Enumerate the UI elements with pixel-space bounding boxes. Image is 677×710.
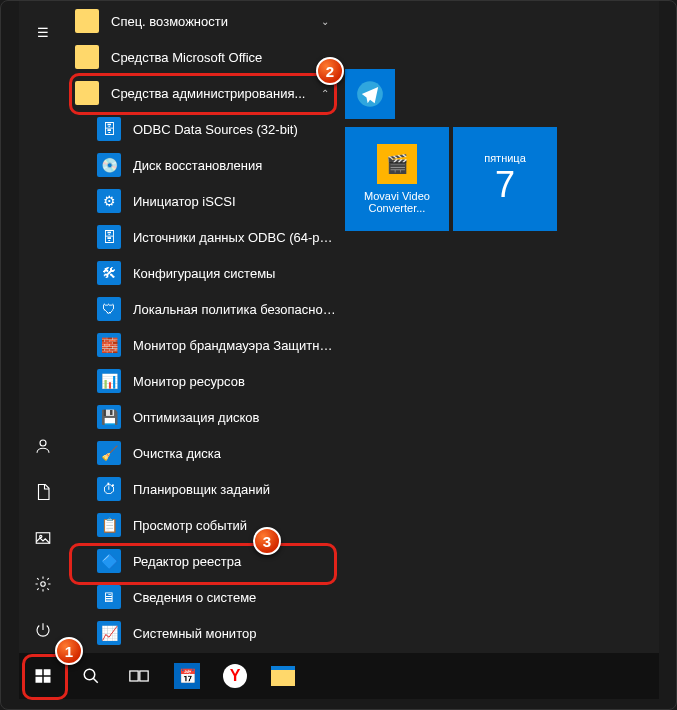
svg-rect-7 bbox=[36, 677, 43, 683]
app-iscsi[interactable]: ⚙ Инициатор iSCSI bbox=[67, 183, 337, 219]
app-label: Планировщик заданий bbox=[133, 482, 337, 497]
taskbar-explorer[interactable] bbox=[259, 653, 307, 699]
day-number: 7 bbox=[495, 164, 515, 206]
app-label: Средства Microsoft Office bbox=[111, 50, 313, 65]
tile-calendar[interactable]: пятница 7 bbox=[453, 127, 557, 231]
settings-button[interactable] bbox=[19, 561, 67, 607]
folder-spec[interactable]: Спец. возможности ⌄ bbox=[67, 3, 337, 39]
app-label: Редактор реестра bbox=[133, 554, 337, 569]
taskbar: 📅 Y bbox=[19, 653, 659, 699]
defrag-icon: 💾 bbox=[97, 405, 121, 429]
regedit-icon: 🔷 bbox=[97, 549, 121, 573]
app-label: Спец. возможности bbox=[111, 14, 313, 29]
app-sysinfo[interactable]: 🖥 Сведения о системе bbox=[67, 579, 337, 615]
perfmon-icon: 📈 bbox=[97, 621, 121, 645]
taskbar-yandex[interactable]: Y bbox=[211, 653, 259, 699]
annotation-badge-3: 3 bbox=[253, 527, 281, 555]
cleanup-icon: 🧹 bbox=[97, 441, 121, 465]
app-cleanup[interactable]: 🧹 Очистка диска bbox=[67, 435, 337, 471]
power-icon bbox=[34, 621, 52, 639]
tile-telegram[interactable] bbox=[345, 69, 395, 119]
folder-icon bbox=[75, 45, 99, 69]
app-label: Монитор ресурсов bbox=[133, 374, 337, 389]
taskview-button[interactable] bbox=[115, 653, 163, 699]
search-icon bbox=[82, 667, 100, 685]
day-label: пятница bbox=[484, 152, 526, 164]
svg-point-9 bbox=[84, 669, 95, 680]
svg-rect-10 bbox=[130, 671, 138, 681]
app-list: Спец. возможности ⌄ Средства Microsoft O… bbox=[67, 1, 337, 653]
user-icon bbox=[34, 437, 52, 455]
document-icon bbox=[34, 483, 52, 501]
app-label: ODBC Data Sources (32-bit) bbox=[133, 122, 337, 137]
app-label: Просмотр событий bbox=[133, 518, 337, 533]
app-label: Сведения о системе bbox=[133, 590, 337, 605]
app-label: Системный монитор bbox=[133, 626, 337, 641]
policy-icon: 🛡 bbox=[97, 297, 121, 321]
sysinfo-icon: 🖥 bbox=[97, 585, 121, 609]
svg-point-3 bbox=[41, 582, 46, 587]
app-label: Конфигурация системы bbox=[133, 266, 337, 281]
app-label: Локальная политика безопасности bbox=[133, 302, 337, 317]
hamburger-button[interactable]: ☰ bbox=[19, 9, 67, 55]
yandex-icon: Y bbox=[223, 664, 247, 688]
resmon-icon: 📊 bbox=[97, 369, 121, 393]
app-perfmon[interactable]: 📈 Системный монитор bbox=[67, 615, 337, 651]
app-recovery-disk[interactable]: 💿 Диск восстановления bbox=[67, 147, 337, 183]
tile-label: Movavi Video Converter... bbox=[349, 190, 445, 214]
folder-icon bbox=[271, 666, 295, 686]
app-label: Диск восстановления bbox=[133, 158, 337, 173]
gear-icon bbox=[34, 575, 52, 593]
menu-icon: ☰ bbox=[37, 25, 49, 40]
start-menu: ☰ Спец. возможности ⌄ Средства Microsoft… bbox=[19, 1, 659, 653]
svg-rect-8 bbox=[44, 677, 51, 683]
app-resmon[interactable]: 📊 Монитор ресурсов bbox=[67, 363, 337, 399]
pictures-button[interactable] bbox=[19, 515, 67, 561]
windows-icon bbox=[34, 667, 52, 685]
app-label: Очистка диска bbox=[133, 446, 337, 461]
events-icon: 📋 bbox=[97, 513, 121, 537]
folder-icon bbox=[75, 9, 99, 33]
app-odbc-64[interactable]: 🗄 Источники данных ODBC (64-раз... bbox=[67, 219, 337, 255]
app-secpol[interactable]: 🛡 Локальная политика безопасности bbox=[67, 291, 337, 327]
calendar-icon: 📅 bbox=[174, 663, 200, 689]
config-icon: 🛠 bbox=[97, 261, 121, 285]
movavi-icon: 🎬 bbox=[377, 144, 417, 184]
account-button[interactable] bbox=[19, 423, 67, 469]
svg-rect-5 bbox=[36, 669, 43, 675]
app-label: Оптимизация дисков bbox=[133, 410, 337, 425]
annotation-badge-1: 1 bbox=[55, 637, 83, 665]
chevron-up-icon: ⌃ bbox=[313, 88, 337, 99]
iscsi-icon: ⚙ bbox=[97, 189, 121, 213]
firewall-icon: 🧱 bbox=[97, 333, 121, 357]
odbc-icon: 🗄 bbox=[97, 117, 121, 141]
recovery-icon: 💿 bbox=[97, 153, 121, 177]
taskview-icon bbox=[129, 668, 149, 684]
odbc-icon: 🗄 bbox=[97, 225, 121, 249]
svg-rect-11 bbox=[140, 671, 148, 681]
app-regedit[interactable]: 🔷 Редактор реестра bbox=[67, 543, 337, 579]
telegram-icon bbox=[356, 80, 384, 108]
app-msconfig[interactable]: 🛠 Конфигурация системы bbox=[67, 255, 337, 291]
documents-button[interactable] bbox=[19, 469, 67, 515]
app-defrag[interactable]: 💾 Оптимизация дисков bbox=[67, 399, 337, 435]
svg-point-0 bbox=[40, 440, 46, 446]
app-eventvwr[interactable]: 📋 Просмотр событий bbox=[67, 507, 337, 543]
app-label: Монитор брандмауэра Защитник... bbox=[133, 338, 337, 353]
annotation-badge-2: 2 bbox=[316, 57, 344, 85]
folder-office[interactable]: Средства Microsoft Office ⌄ bbox=[67, 39, 337, 75]
chevron-down-icon: ⌄ bbox=[313, 16, 337, 27]
tiles-area: 🎬 Movavi Video Converter... пятница 7 bbox=[345, 69, 595, 231]
pictures-icon bbox=[34, 529, 52, 547]
scheduler-icon: ⏱ bbox=[97, 477, 121, 501]
taskbar-calendar[interactable]: 📅 bbox=[163, 653, 211, 699]
app-odbc-32[interactable]: 🗄 ODBC Data Sources (32-bit) bbox=[67, 111, 337, 147]
folder-icon bbox=[75, 81, 99, 105]
app-label: Средства администрирования... bbox=[111, 86, 313, 101]
app-scheduler[interactable]: ⏱ Планировщик заданий bbox=[67, 471, 337, 507]
svg-rect-6 bbox=[44, 669, 51, 675]
app-label: Источники данных ODBC (64-раз... bbox=[133, 230, 337, 245]
folder-admin-tools[interactable]: Средства администрирования... ⌃ bbox=[67, 75, 337, 111]
tile-movavi[interactable]: 🎬 Movavi Video Converter... bbox=[345, 127, 449, 231]
app-firewall-monitor[interactable]: 🧱 Монитор брандмауэра Защитник... bbox=[67, 327, 337, 363]
